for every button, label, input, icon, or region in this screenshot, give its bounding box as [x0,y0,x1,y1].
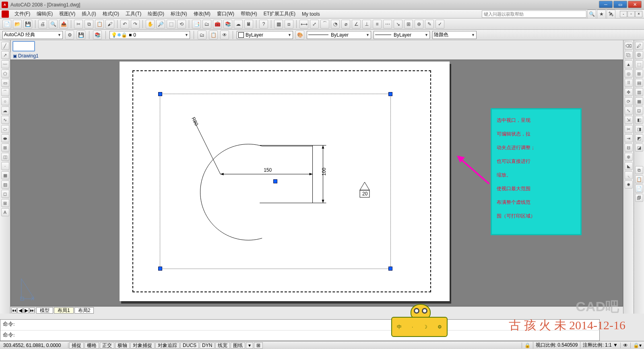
menu-file[interactable]: 文件(F) [11,10,33,18]
publish-icon[interactable]: 📤 [59,20,68,29]
hatch-icon[interactable]: ▦ [1,171,9,179]
toggle-ortho[interactable]: 正交 [100,342,114,349]
tool-c3-icon[interactable]: 📄 [635,185,643,193]
toggle-model-icon[interactable]: ⊞ [254,342,263,349]
dim-tolerance-icon[interactable]: ⊞ [404,20,413,29]
toggle-dyn[interactable]: DYN [200,342,215,349]
dim-linear-icon[interactable]: ⟷ [299,20,308,29]
tool-a4-icon[interactable]: ⊞ [635,70,643,78]
tool-a5-icon[interactable]: ▤ [635,79,643,87]
tool-b2-icon[interactable]: ◩ [635,134,643,142]
fav-icon[interactable]: ★ [597,10,606,18]
stretch-icon[interactable]: ⇲ [625,116,633,124]
layer-prev-icon[interactable]: 🗂 [198,31,206,39]
vp-scale[interactable]: 视口比例: 0.540509 [533,342,580,349]
circle-icon[interactable]: ○ [1,97,9,105]
dim-baseline-icon[interactable]: ≡ [373,20,382,29]
tab-model[interactable]: 模型 [36,307,53,314]
anno-scale[interactable]: 注释比例: 1:1 ▼ [580,342,620,349]
doc-tab-label[interactable]: ▣ Drawing1 [10,52,623,60]
tool-a6-icon[interactable]: ▥ [635,88,643,96]
doc-thumb[interactable] [12,41,35,51]
undo-icon[interactable]: ↶ [120,20,129,29]
ellipse-icon[interactable]: ⬭ [1,125,9,133]
markup-icon[interactable]: ☁ [234,20,243,29]
polygon-icon[interactable]: ⬠ [1,70,9,78]
command-input[interactable]: 命令: [0,330,599,341]
pline-icon[interactable]: 〰 [1,60,9,68]
mdi-close[interactable]: × [635,11,642,17]
toggle-grid[interactable]: 栅格 [85,342,99,349]
tool-a8-icon[interactable]: ⊡ [635,107,643,115]
linetype-combo[interactable]: ByLayer▼ [307,31,371,39]
tab-layout2[interactable]: 布局2 [74,307,94,314]
dim-continue-icon[interactable]: ⋯ [383,20,392,29]
tool-b3-icon[interactable]: ◪ [635,144,643,152]
menu-mytools[interactable]: My tools [299,10,323,18]
sheetset-icon[interactable]: 📚 [223,20,232,29]
minimize-button[interactable]: ─ [599,1,613,8]
redo-icon[interactable]: ↷ [131,20,140,29]
command-window[interactable]: 命令: 命令: [0,319,600,341]
pan-icon[interactable]: ✋ [146,20,155,29]
lock-icon[interactable]: 🔒 [522,343,533,348]
insert-icon[interactable]: ⊞ [1,144,9,152]
menu-modify[interactable]: 修改(M) [190,10,214,18]
properties-icon[interactable]: 📑 [192,20,201,29]
extend-icon[interactable]: ⇥ [625,134,633,142]
dim-ordinate-icon[interactable]: ⊥ [362,20,371,29]
dim-angular-icon[interactable]: ∠ [352,20,361,29]
tool-a1-icon[interactable]: 🖊 [635,42,643,50]
mdi-restore[interactable]: ▫ [627,11,635,17]
tool-c4-icon[interactable]: 🗐 [635,194,643,202]
preview-icon[interactable]: 🔍 [49,20,58,29]
move-icon[interactable]: ✥ [625,88,633,96]
explode-icon[interactable]: ✸ [625,181,633,189]
menu-dimension[interactable]: 标注(N) [167,10,190,18]
line-icon[interactable]: ╱ [1,42,9,50]
menu-edit[interactable]: 编辑(E) [33,10,56,18]
region-icon[interactable]: ◻ [1,190,9,198]
new-icon[interactable]: 📄 [2,20,11,29]
open-icon[interactable]: 📂 [13,20,22,29]
mtext-icon[interactable]: A [1,208,9,216]
tab-layout1[interactable]: 布局1 [54,307,74,314]
table-icon[interactable]: ⊞ [1,199,9,207]
makeblock-icon[interactable]: ◫ [1,153,9,161]
menu-draw[interactable]: 绘图(D) [144,10,167,18]
toggle-otrack[interactable]: 对象追踪 [155,342,180,349]
block-icon[interactable]: ▦ [274,20,283,29]
dim-center-icon[interactable]: ⊕ [415,20,423,29]
paste-icon[interactable]: 📋 [95,20,104,29]
copy-obj-icon[interactable]: ⿻ [625,51,633,59]
search-icon[interactable]: 🔍 [587,10,596,18]
maximize-button[interactable]: ▭ [613,1,627,8]
xline-icon[interactable]: ↗ [1,51,9,59]
toggle-polar[interactable]: 极轴 [115,342,130,349]
plotstyle-combo[interactable]: 随颜色▼ [432,31,477,39]
xref-icon[interactable]: ⧈ [285,20,293,29]
scale-icon[interactable]: ⤡ [625,107,633,115]
rectangle-icon[interactable]: ▭ [1,79,9,87]
layer-iso-icon[interactable]: 👁 [220,31,229,39]
select-color-icon[interactable]: 🎨 [295,31,304,39]
tab-prev-icon[interactable]: ◀ [17,308,23,313]
menu-ettools[interactable]: ET扩展工具(E) [260,10,299,18]
zoom-prev-icon[interactable]: ⟲ [177,20,186,29]
ellipsearc-icon[interactable]: ⬬ [1,134,9,142]
tab-next-icon[interactable]: ▶ [23,308,29,313]
spline-icon[interactable]: ∿ [1,116,9,124]
layer-combo[interactable]: 💡❄🔒■ 0▼ [109,31,190,39]
array-icon[interactable]: ⠿ [625,79,633,87]
paperspace-canvas[interactable]: R80 150 100 [10,60,623,306]
tab-first-icon[interactable]: ⏮ [11,308,17,313]
anno-vis-icon[interactable]: 👁 [620,343,630,348]
rotate-icon[interactable]: ⟳ [625,97,633,105]
calc-icon[interactable]: 🖩 [244,20,253,29]
comm-icon[interactable]: 🛰 [607,10,615,18]
toggle-ducs[interactable]: DUCS [180,342,199,349]
help-icon[interactable]: ? [259,20,268,29]
close-button[interactable]: ✕ [628,1,642,8]
point-icon[interactable]: · [1,162,9,170]
menu-insert[interactable]: 插入(I) [78,10,99,18]
